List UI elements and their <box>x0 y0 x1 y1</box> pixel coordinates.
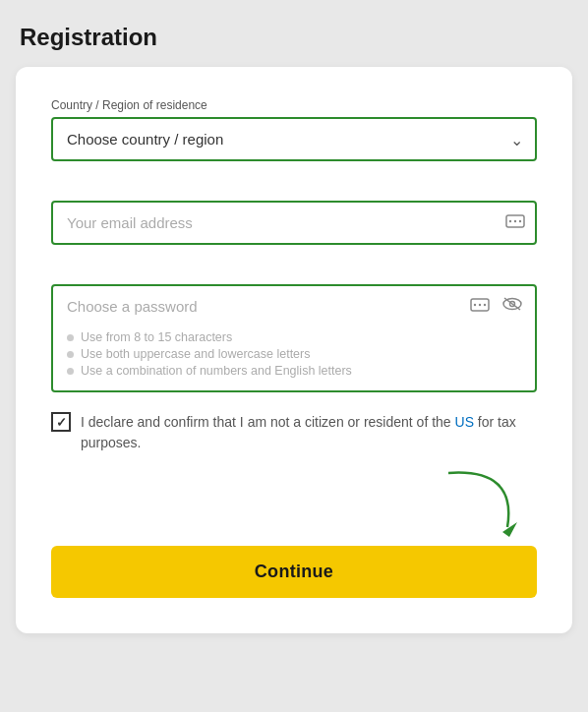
hint-text-3: Use a combination of numbers and English… <box>81 364 352 378</box>
checkmark-icon: ✓ <box>56 416 67 429</box>
declaration-text-1: I declare and confirm that I am not a ci… <box>81 414 455 430</box>
email-input[interactable] <box>53 203 496 243</box>
svg-marker-11 <box>502 522 517 537</box>
country-field-group: Country / Region of residence Choose cou… <box>51 98 537 161</box>
password-top <box>53 286 535 326</box>
arrow-area <box>51 473 537 542</box>
registration-card: Country / Region of residence Choose cou… <box>16 67 572 633</box>
declaration-checkbox[interactable]: ✓ <box>51 412 71 432</box>
password-field-group: Use from 8 to 15 characters Use both upp… <box>51 284 537 392</box>
country-label: Country / Region of residence <box>51 98 537 112</box>
eye-off-icon[interactable] <box>498 294 527 319</box>
password-icons <box>466 294 535 319</box>
svg-point-1 <box>509 220 511 222</box>
svg-point-2 <box>514 220 516 222</box>
hint-dot-1 <box>67 334 74 341</box>
page-title: Registration <box>20 24 157 51</box>
email-field-group <box>51 201 537 245</box>
hint-item-1: Use from 8 to 15 characters <box>67 330 521 344</box>
country-select-wrapper: Choose country / region United States Un… <box>51 117 537 161</box>
svg-point-7 <box>484 303 486 305</box>
password-wrapper: Use from 8 to 15 characters Use both upp… <box>51 284 537 392</box>
hint-item-2: Use both uppercase and lowercase letters <box>67 347 521 361</box>
hint-text-2: Use both uppercase and lowercase letters <box>81 347 310 361</box>
hint-dot-3 <box>67 368 74 375</box>
hint-dot-2 <box>67 351 74 358</box>
continue-button[interactable]: Continue <box>51 546 537 598</box>
password-input[interactable] <box>53 286 466 326</box>
password-hints: Use from 8 to 15 characters Use both upp… <box>53 326 535 383</box>
hint-item-3: Use a combination of numbers and English… <box>67 364 521 378</box>
svg-point-6 <box>479 303 481 305</box>
declaration-row: ✓ I declare and confirm that I am not a … <box>51 412 537 453</box>
arrow-icon <box>439 463 527 542</box>
password-dots-icon <box>466 295 494 319</box>
svg-point-3 <box>519 220 521 222</box>
dots-icon <box>496 212 535 233</box>
svg-point-5 <box>474 303 476 305</box>
email-input-wrapper <box>51 201 537 245</box>
declaration-highlight: US <box>455 414 474 430</box>
hint-text-1: Use from 8 to 15 characters <box>81 330 232 344</box>
declaration-label: I declare and confirm that I am not a ci… <box>81 412 537 453</box>
country-select[interactable]: Choose country / region United States Un… <box>51 117 537 161</box>
